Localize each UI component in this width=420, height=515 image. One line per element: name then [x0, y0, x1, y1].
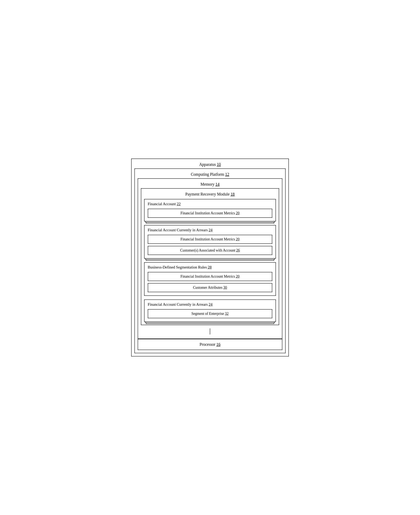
apparatus-title: Apparatus 10 [135, 161, 285, 168]
card3: Business-Defined Segmentation Rules 28 F… [144, 262, 276, 296]
card3-item-0-label: Financial Institution Account Metrics [180, 274, 235, 278]
card3-item-0-num: 20 [236, 274, 240, 278]
card2-item-1-text: Customer(s) Associated with Account 26 [180, 248, 240, 252]
card4-title-text: Financial Account Currently in Arrears [148, 302, 208, 307]
card2-item-0-num: 20 [236, 237, 240, 241]
card1-wrapper: Financial Account 22 Financial Instituti… [144, 199, 276, 221]
card3-title: Business-Defined Segmentation Rules 28 [148, 265, 272, 270]
card4-item-0-label: Segment of Enterprise [191, 311, 224, 316]
prm-title: Payment Recovery Module 18 [144, 191, 276, 199]
card3-num: 28 [208, 265, 212, 269]
prm-box: Payment Recovery Module 18 Financial Acc… [141, 188, 279, 325]
card2-item-0-label: Financial Institution Account Metrics [180, 237, 235, 241]
processor-box: Processor 16 [138, 339, 282, 350]
card4-wrapper: Financial Account Currently in Arrears 2… [144, 299, 276, 322]
card4: Financial Account Currently in Arrears 2… [144, 299, 276, 322]
memory-title-text: Memory [201, 182, 214, 186]
card2-item-0-text: Financial Institution Account Metrics 20 [180, 237, 240, 241]
apparatus-box: Apparatus 10 Computing Platform 12 Memor… [131, 159, 289, 356]
card3-title-text: Business-Defined Segmentation Rules [148, 265, 207, 269]
card2-wrapper: Financial Account Currently in Arrears 2… [144, 225, 276, 259]
card3-item-0: Financial Institution Account Metrics 20 [148, 272, 272, 281]
card3-item-1: Customer Attributes 30 [148, 283, 272, 292]
card2-title-text: Financial Account Currently in Arrears [148, 228, 208, 232]
card2: Financial Account Currently in Arrears 2… [144, 225, 276, 259]
apparatus-title-text: Apparatus [199, 162, 216, 167]
card2-item-1-label: Customer(s) Associated with Account [180, 248, 235, 252]
processor-title: Processor [200, 342, 216, 347]
memory-box: Memory 14 Payment Recovery Module 18 [138, 178, 282, 339]
card3-item-1-text: Customer Attributes 30 [193, 286, 227, 289]
card1-title-text: Financial Account [148, 202, 176, 206]
card4-item-0: Segment of Enterprise 32 [148, 309, 272, 318]
memory-title: Memory 14 [141, 181, 279, 188]
card4-item-0-num: 32 [225, 311, 229, 316]
prm-num: 18 [231, 192, 235, 196]
computing-platform-box: Computing Platform 12 Memory 14 Payment … [135, 168, 285, 353]
card1-item-0-text: Financial Institution Account Metrics 20 [180, 211, 240, 215]
card1-item-0-num: 20 [236, 211, 240, 215]
computing-title-text: Computing Platform [191, 172, 224, 176]
card1-item-0-label: Financial Institution Account Metrics [180, 211, 235, 215]
card2-item-1: Customer(s) Associated with Account 26 [148, 246, 272, 255]
card3-item-1-label: Customer Attributes [193, 286, 223, 289]
card4-title: Financial Account Currently in Arrears 2… [148, 302, 272, 307]
card1-item-0: Financial Institution Account Metrics 20 [148, 209, 272, 218]
card4-num: 24 [209, 302, 212, 307]
card3-wrapper: Business-Defined Segmentation Rules 28 F… [144, 262, 276, 296]
connector [141, 327, 279, 336]
connector-line [210, 328, 210, 334]
card1: Financial Account 22 Financial Instituti… [144, 199, 276, 221]
memory-num: 14 [216, 182, 219, 186]
computing-title: Computing Platform 12 [138, 171, 282, 178]
computing-num: 12 [225, 172, 229, 176]
card1-num: 22 [177, 202, 181, 206]
prm-title-text: Payment Recovery Module [185, 192, 230, 196]
card3-item-1-num: 30 [223, 286, 227, 289]
card2-item-0: Financial Institution Account Metrics 20 [148, 235, 272, 244]
card2-item-1-num: 26 [236, 248, 240, 252]
card2-title: Financial Account Currently in Arrears 2… [148, 228, 272, 232]
card1-title: Financial Account 22 [148, 202, 272, 206]
apparatus-num: 10 [217, 162, 221, 167]
card4-item-0-text: Segment of Enterprise 32 [191, 311, 228, 316]
card2-num: 24 [209, 228, 212, 232]
page-wrapper: Apparatus 10 Computing Platform 12 Memor… [131, 159, 289, 356]
card3-item-0-text: Financial Institution Account Metrics 20 [180, 274, 240, 278]
processor-num: 16 [216, 342, 220, 347]
